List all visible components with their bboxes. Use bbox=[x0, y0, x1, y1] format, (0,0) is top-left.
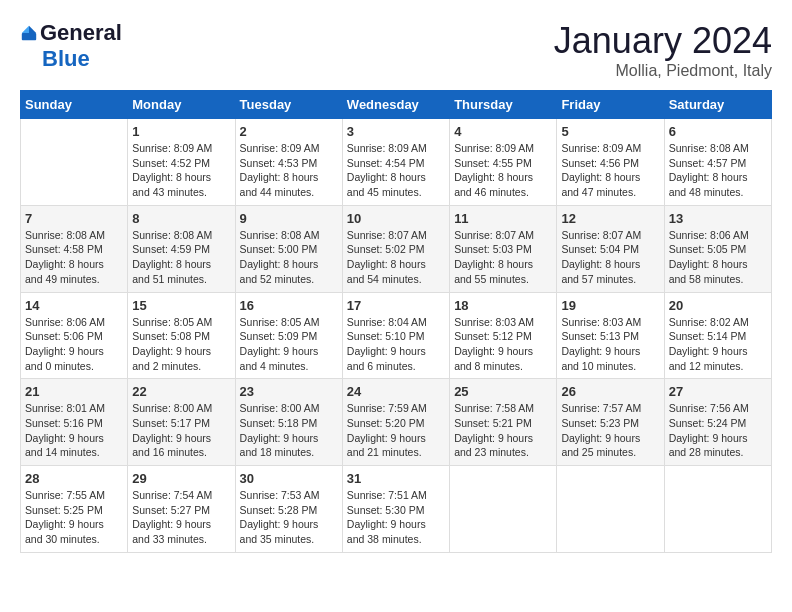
calendar-cell: 7Sunrise: 8:08 AM Sunset: 4:58 PM Daylig… bbox=[21, 205, 128, 292]
day-number: 20 bbox=[669, 298, 767, 313]
day-info: Sunrise: 8:06 AM Sunset: 5:05 PM Dayligh… bbox=[669, 228, 767, 287]
calendar-week-2: 14Sunrise: 8:06 AM Sunset: 5:06 PM Dayli… bbox=[21, 292, 772, 379]
logo-icon bbox=[20, 24, 38, 42]
day-info: Sunrise: 8:07 AM Sunset: 5:02 PM Dayligh… bbox=[347, 228, 445, 287]
col-sunday: Sunday bbox=[21, 91, 128, 119]
day-number: 21 bbox=[25, 384, 123, 399]
day-info: Sunrise: 7:57 AM Sunset: 5:23 PM Dayligh… bbox=[561, 401, 659, 460]
day-info: Sunrise: 7:54 AM Sunset: 5:27 PM Dayligh… bbox=[132, 488, 230, 547]
day-info: Sunrise: 8:03 AM Sunset: 5:12 PM Dayligh… bbox=[454, 315, 552, 374]
calendar-cell: 30Sunrise: 7:53 AM Sunset: 5:28 PM Dayli… bbox=[235, 466, 342, 553]
calendar-cell: 17Sunrise: 8:04 AM Sunset: 5:10 PM Dayli… bbox=[342, 292, 449, 379]
day-info: Sunrise: 8:09 AM Sunset: 4:55 PM Dayligh… bbox=[454, 141, 552, 200]
day-number: 27 bbox=[669, 384, 767, 399]
calendar-week-3: 21Sunrise: 8:01 AM Sunset: 5:16 PM Dayli… bbox=[21, 379, 772, 466]
logo-general: General bbox=[40, 20, 122, 46]
calendar-cell: 10Sunrise: 8:07 AM Sunset: 5:02 PM Dayli… bbox=[342, 205, 449, 292]
day-info: Sunrise: 8:01 AM Sunset: 5:16 PM Dayligh… bbox=[25, 401, 123, 460]
day-number: 22 bbox=[132, 384, 230, 399]
day-number: 9 bbox=[240, 211, 338, 226]
calendar-cell: 14Sunrise: 8:06 AM Sunset: 5:06 PM Dayli… bbox=[21, 292, 128, 379]
day-info: Sunrise: 8:03 AM Sunset: 5:13 PM Dayligh… bbox=[561, 315, 659, 374]
day-number: 4 bbox=[454, 124, 552, 139]
calendar-cell: 22Sunrise: 8:00 AM Sunset: 5:17 PM Dayli… bbox=[128, 379, 235, 466]
calendar-cell: 29Sunrise: 7:54 AM Sunset: 5:27 PM Dayli… bbox=[128, 466, 235, 553]
day-info: Sunrise: 8:07 AM Sunset: 5:03 PM Dayligh… bbox=[454, 228, 552, 287]
title-section: January 2024 Mollia, Piedmont, Italy bbox=[554, 20, 772, 80]
col-saturday: Saturday bbox=[664, 91, 771, 119]
calendar-cell: 26Sunrise: 7:57 AM Sunset: 5:23 PM Dayli… bbox=[557, 379, 664, 466]
day-number: 3 bbox=[347, 124, 445, 139]
day-number: 16 bbox=[240, 298, 338, 313]
calendar-cell: 27Sunrise: 7:56 AM Sunset: 5:24 PM Dayli… bbox=[664, 379, 771, 466]
day-number: 12 bbox=[561, 211, 659, 226]
col-thursday: Thursday bbox=[450, 91, 557, 119]
day-info: Sunrise: 8:05 AM Sunset: 5:09 PM Dayligh… bbox=[240, 315, 338, 374]
day-number: 2 bbox=[240, 124, 338, 139]
day-number: 19 bbox=[561, 298, 659, 313]
calendar-cell: 25Sunrise: 7:58 AM Sunset: 5:21 PM Dayli… bbox=[450, 379, 557, 466]
day-number: 31 bbox=[347, 471, 445, 486]
calendar-cell: 2Sunrise: 8:09 AM Sunset: 4:53 PM Daylig… bbox=[235, 119, 342, 206]
day-number: 28 bbox=[25, 471, 123, 486]
calendar-cell: 5Sunrise: 8:09 AM Sunset: 4:56 PM Daylig… bbox=[557, 119, 664, 206]
logo: General Blue bbox=[20, 20, 122, 72]
calendar-cell: 6Sunrise: 8:08 AM Sunset: 4:57 PM Daylig… bbox=[664, 119, 771, 206]
calendar-cell: 11Sunrise: 8:07 AM Sunset: 5:03 PM Dayli… bbox=[450, 205, 557, 292]
day-number: 7 bbox=[25, 211, 123, 226]
calendar-week-4: 28Sunrise: 7:55 AM Sunset: 5:25 PM Dayli… bbox=[21, 466, 772, 553]
day-info: Sunrise: 8:08 AM Sunset: 5:00 PM Dayligh… bbox=[240, 228, 338, 287]
day-info: Sunrise: 7:59 AM Sunset: 5:20 PM Dayligh… bbox=[347, 401, 445, 460]
calendar-cell: 8Sunrise: 8:08 AM Sunset: 4:59 PM Daylig… bbox=[128, 205, 235, 292]
day-info: Sunrise: 8:09 AM Sunset: 4:54 PM Dayligh… bbox=[347, 141, 445, 200]
day-info: Sunrise: 8:08 AM Sunset: 4:58 PM Dayligh… bbox=[25, 228, 123, 287]
calendar-cell: 3Sunrise: 8:09 AM Sunset: 4:54 PM Daylig… bbox=[342, 119, 449, 206]
day-number: 1 bbox=[132, 124, 230, 139]
calendar-cell: 1Sunrise: 8:09 AM Sunset: 4:52 PM Daylig… bbox=[128, 119, 235, 206]
calendar-cell: 20Sunrise: 8:02 AM Sunset: 5:14 PM Dayli… bbox=[664, 292, 771, 379]
day-info: Sunrise: 8:00 AM Sunset: 5:18 PM Dayligh… bbox=[240, 401, 338, 460]
day-info: Sunrise: 8:08 AM Sunset: 4:59 PM Dayligh… bbox=[132, 228, 230, 287]
day-info: Sunrise: 7:58 AM Sunset: 5:21 PM Dayligh… bbox=[454, 401, 552, 460]
svg-marker-0 bbox=[29, 26, 36, 33]
day-number: 11 bbox=[454, 211, 552, 226]
calendar-header: Sunday Monday Tuesday Wednesday Thursday… bbox=[21, 91, 772, 119]
calendar-cell: 18Sunrise: 8:03 AM Sunset: 5:12 PM Dayli… bbox=[450, 292, 557, 379]
day-number: 17 bbox=[347, 298, 445, 313]
calendar-cell bbox=[557, 466, 664, 553]
svg-marker-1 bbox=[22, 26, 29, 33]
page-header: General Blue January 2024 Mollia, Piedmo… bbox=[20, 20, 772, 80]
day-info: Sunrise: 8:06 AM Sunset: 5:06 PM Dayligh… bbox=[25, 315, 123, 374]
calendar-cell: 28Sunrise: 7:55 AM Sunset: 5:25 PM Dayli… bbox=[21, 466, 128, 553]
day-number: 24 bbox=[347, 384, 445, 399]
day-number: 25 bbox=[454, 384, 552, 399]
calendar-cell bbox=[664, 466, 771, 553]
col-friday: Friday bbox=[557, 91, 664, 119]
day-number: 5 bbox=[561, 124, 659, 139]
day-info: Sunrise: 8:05 AM Sunset: 5:08 PM Dayligh… bbox=[132, 315, 230, 374]
day-number: 13 bbox=[669, 211, 767, 226]
day-number: 6 bbox=[669, 124, 767, 139]
col-monday: Monday bbox=[128, 91, 235, 119]
day-info: Sunrise: 8:04 AM Sunset: 5:10 PM Dayligh… bbox=[347, 315, 445, 374]
day-info: Sunrise: 8:00 AM Sunset: 5:17 PM Dayligh… bbox=[132, 401, 230, 460]
day-number: 29 bbox=[132, 471, 230, 486]
day-info: Sunrise: 8:09 AM Sunset: 4:52 PM Dayligh… bbox=[132, 141, 230, 200]
day-number: 10 bbox=[347, 211, 445, 226]
calendar-cell: 31Sunrise: 7:51 AM Sunset: 5:30 PM Dayli… bbox=[342, 466, 449, 553]
day-number: 23 bbox=[240, 384, 338, 399]
calendar-cell: 15Sunrise: 8:05 AM Sunset: 5:08 PM Dayli… bbox=[128, 292, 235, 379]
col-wednesday: Wednesday bbox=[342, 91, 449, 119]
svg-rect-2 bbox=[22, 33, 36, 40]
logo-blue: Blue bbox=[42, 46, 90, 72]
day-number: 8 bbox=[132, 211, 230, 226]
calendar-cell: 12Sunrise: 8:07 AM Sunset: 5:04 PM Dayli… bbox=[557, 205, 664, 292]
day-number: 15 bbox=[132, 298, 230, 313]
calendar-cell bbox=[21, 119, 128, 206]
header-row: Sunday Monday Tuesday Wednesday Thursday… bbox=[21, 91, 772, 119]
calendar-cell: 13Sunrise: 8:06 AM Sunset: 5:05 PM Dayli… bbox=[664, 205, 771, 292]
day-info: Sunrise: 7:55 AM Sunset: 5:25 PM Dayligh… bbox=[25, 488, 123, 547]
day-number: 14 bbox=[25, 298, 123, 313]
day-info: Sunrise: 7:53 AM Sunset: 5:28 PM Dayligh… bbox=[240, 488, 338, 547]
calendar-cell: 21Sunrise: 8:01 AM Sunset: 5:16 PM Dayli… bbox=[21, 379, 128, 466]
